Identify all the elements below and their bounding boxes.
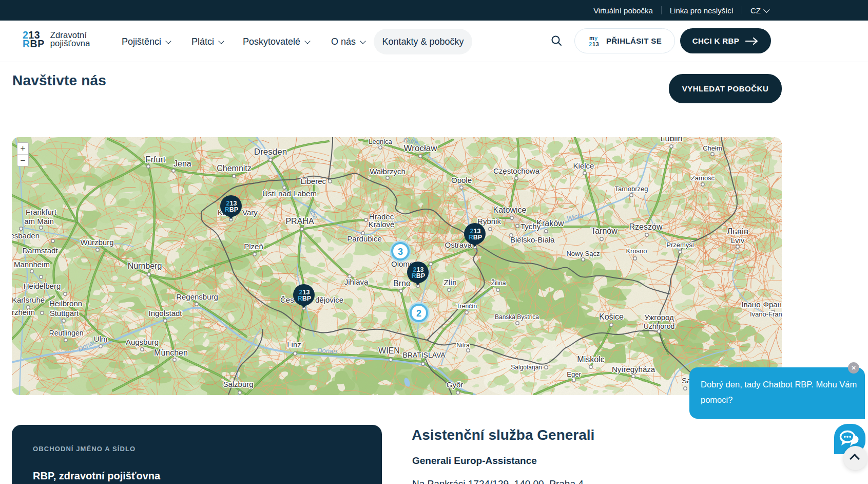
svg-text:Chełm: Chełm — [703, 144, 722, 152]
svg-text:Donau: Donau — [317, 346, 337, 356]
svg-text:Katowice: Katowice — [493, 206, 527, 214]
svg-text:München: München — [154, 348, 188, 357]
svg-text:2: 2 — [416, 308, 421, 319]
svg-text:PRAHA: PRAHA — [285, 217, 314, 226]
svg-text:Trenčín: Trenčín — [456, 303, 477, 310]
svg-text:Erfurt: Erfurt — [145, 155, 166, 164]
svg-text:Tarnów: Tarnów — [591, 227, 618, 235]
svg-text:Augsburg: Augsburg — [126, 338, 159, 346]
svg-text:Jihlava: Jihlava — [344, 277, 369, 286]
svg-text:Dresden: Dresden — [254, 147, 287, 157]
svg-text:Ivano-Franki: Ivano-Franki — [750, 310, 787, 318]
svg-text:Ingolstadt: Ingolstadt — [148, 309, 182, 318]
svg-text:Opole: Opole — [451, 176, 472, 184]
svg-text:Wałbrzych: Wałbrzych — [370, 167, 405, 176]
svg-text:orzheim: orzheim — [8, 308, 35, 317]
svg-text:Košice: Košice — [599, 312, 624, 321]
svg-text:3: 3 — [398, 247, 403, 257]
svg-text:Tychy: Tychy — [520, 222, 541, 231]
svg-text:RBP: RBP — [469, 234, 482, 241]
svg-text:Reutlingen: Reutlingen — [49, 329, 84, 337]
svg-text:Vary: Vary — [242, 208, 258, 217]
svg-text:Nitra: Nitra — [456, 342, 470, 349]
svg-text:Legnica: Legnica — [369, 138, 392, 145]
svg-text:Darmstadt: Darmstadt — [22, 246, 58, 255]
svg-text:Nowy Sącz: Nowy Sącz — [566, 250, 600, 257]
svg-text:Heilbronn: Heilbronn — [49, 299, 82, 308]
svg-text:Frankfurt: Frankfurt — [26, 208, 57, 216]
svg-text:am Main: am Main — [24, 217, 54, 226]
svg-text:Uzhhorod: Uzhhorod — [644, 322, 675, 330]
svg-text:esbaden: esbaden — [10, 231, 40, 240]
svg-text:Kraków: Kraków — [536, 219, 564, 228]
svg-text:Plzeň: Plzeň — [244, 242, 263, 251]
svg-text:Salzburg: Salzburg — [223, 380, 253, 388]
svg-text:Zlín: Zlín — [443, 278, 456, 287]
svg-text:Zamość: Zamość — [691, 174, 715, 182]
svg-text:Jena: Jena — [173, 159, 191, 168]
svg-text:Nyíregyháza: Nyíregyháza — [612, 365, 655, 374]
svg-text:Miskolc: Miskolc — [577, 355, 604, 364]
svg-text:Győr: Győr — [447, 380, 464, 389]
svg-text:Stuttgart: Stuttgart — [50, 309, 80, 318]
svg-text:Chemnitz: Chemnitz — [217, 164, 252, 173]
svg-text:Brno: Brno — [393, 279, 411, 288]
svg-text:Karlsruhe: Karlsruhe — [12, 295, 45, 304]
svg-text:Regensburg: Regensburg — [176, 292, 218, 301]
svg-text:Tarnobrzeg: Tarnobrzeg — [614, 185, 648, 193]
svg-text:Würzburg: Würzburg — [80, 238, 113, 247]
svg-text:Ужгород: Ужгород — [644, 313, 674, 322]
svg-text:Ulm: Ulm — [94, 334, 108, 343]
svg-text:Linz: Linz — [287, 340, 301, 349]
svg-text:Kielce: Kielce — [573, 161, 594, 170]
svg-text:Nürnberg: Nürnberg — [128, 262, 162, 270]
svg-text:Ústí nad Labem: Ústí nad Labem — [262, 189, 317, 198]
svg-text:Częstochowa: Częstochowa — [493, 166, 540, 175]
svg-text:Lublin: Lublin — [661, 134, 683, 143]
svg-text:WIEN: WIEN — [378, 346, 400, 355]
svg-text:Lviv: Lviv — [731, 236, 745, 245]
svg-text:Eger: Eger — [567, 370, 581, 378]
svg-text:Liberec: Liberec — [301, 177, 326, 185]
svg-text:Salgótarján: Salgótarján — [511, 364, 542, 371]
svg-text:Rybnik: Rybnik — [477, 217, 501, 226]
svg-text:Mannheim: Mannheim — [14, 260, 50, 269]
svg-text:RBP: RBP — [298, 295, 311, 302]
svg-text:Bielsko-Biała: Bielsko-Biała — [510, 235, 555, 244]
svg-text:Krosno: Krosno — [626, 247, 647, 255]
svg-text:BRATISLAVA: BRATISLAVA — [402, 351, 446, 359]
svg-text:Králové: Králové — [369, 220, 395, 229]
svg-text:Львів: Львів — [727, 227, 748, 236]
svg-text:Banská Bystrica: Banská Bystrica — [495, 313, 539, 321]
svg-text:RBP: RBP — [225, 206, 238, 213]
svg-text:Przemyśl: Przemyśl — [666, 241, 694, 249]
svg-text:Pardubice: Pardubice — [347, 234, 382, 243]
svg-text:Heidelberg: Heidelberg — [24, 282, 61, 290]
svg-text:Wrocław: Wrocław — [404, 143, 438, 153]
svg-text:RBP: RBP — [412, 272, 425, 280]
svg-text:dějovice: dějovice — [315, 295, 343, 304]
svg-text:Žilina: Žilina — [491, 279, 506, 287]
svg-text:Rzeszów: Rzeszów — [629, 222, 663, 231]
svg-text:Івано-Франк: Івано-Франк — [742, 300, 785, 309]
